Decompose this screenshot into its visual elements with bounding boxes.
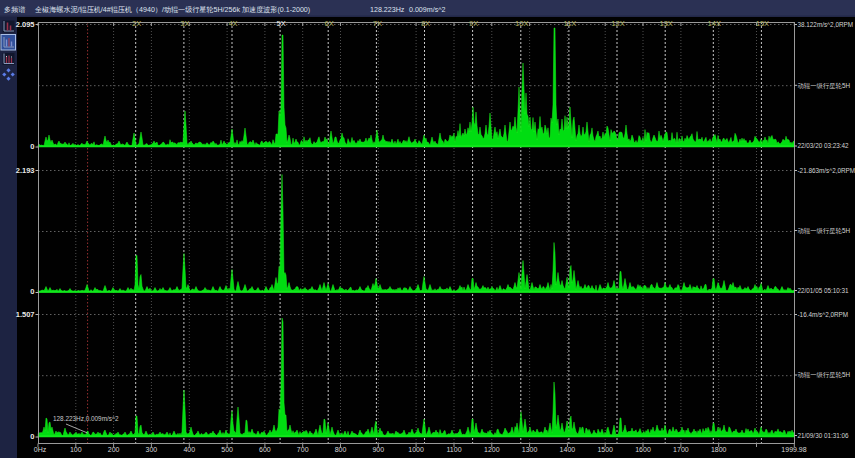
svg-text:1500: 1500 [597,446,613,453]
svg-text:22/01/05 05:10:31: 22/01/05 05:10:31 [798,287,850,294]
svg-text:7X: 7X [373,19,382,28]
svg-text:22/03/20 03:23:42: 22/03/20 03:23:42 [798,142,850,149]
svg-text:12X: 12X [611,19,624,28]
svg-text:1100: 1100 [446,446,461,453]
svg-text:21/09/30 01:31:06: 21/09/30 01:31:06 [798,432,850,439]
svg-text:700: 700 [297,446,309,453]
svg-text:600: 600 [259,446,271,453]
svg-text:8X: 8X [421,19,430,28]
svg-text:1400: 1400 [560,446,576,453]
svg-text:1000: 1000 [408,446,424,453]
svg-text:5X: 5X [277,19,286,28]
svg-text:128.223Hz: 128.223Hz [370,6,405,14]
svg-text:100: 100 [70,446,82,453]
svg-text:200: 200 [108,446,120,453]
svg-text:0: 0 [30,287,34,296]
svg-text:128.223Hz,0.009m/s^2: 128.223Hz,0.009m/s^2 [53,415,119,422]
svg-text:900: 900 [372,446,384,453]
svg-text:-16.4m/s^2,0RPM: -16.4m/s^2,0RPM [798,311,849,318]
svg-text:0: 0 [30,432,34,441]
svg-text:动辊一级行星轮5H: 动辊一级行星轮5H [798,371,851,379]
svg-text:6X: 6X [325,19,334,28]
svg-text:1200: 1200 [484,446,500,453]
svg-text:500: 500 [221,446,233,453]
svg-text:0.009m/s^2: 0.009m/s^2 [409,6,446,14]
svg-text:1300: 1300 [522,446,538,453]
svg-text:2.193: 2.193 [16,166,35,175]
svg-text:1999.98: 1999.98 [781,446,806,453]
svg-text:800: 800 [335,446,347,453]
svg-text:0Hz: 0Hz [34,446,47,453]
svg-text:2.095: 2.095 [16,20,35,29]
svg-text:300: 300 [146,446,158,453]
svg-text:2X: 2X [132,19,141,28]
svg-text:-21.863m/s^2,0RPM: -21.863m/s^2,0RPM [798,167,855,174]
svg-text:13X: 13X [660,19,673,28]
svg-text:多频谱: 多频谱 [4,6,26,14]
svg-text:400: 400 [183,446,195,453]
svg-text:动辊一级行星轮5H: 动辊一级行星轮5H [798,227,851,235]
svg-text:11X: 11X [564,19,577,28]
svg-text:4X: 4X [228,19,237,28]
svg-text:3X: 3X [180,19,189,28]
svg-text:1.507: 1.507 [16,310,35,319]
svg-text:10X: 10X [515,19,528,28]
svg-text:1800: 1800 [711,446,727,453]
svg-text:1700: 1700 [673,446,689,453]
svg-text:0: 0 [30,142,34,151]
svg-text:全椒海螺水泥/辊压机/4#辊压机（4940）/动辊一级行星轮: 全椒海螺水泥/辊压机/4#辊压机（4940）/动辊一级行星轮5H/256k 加速… [35,5,310,14]
svg-text:38.122m/s^2,0RPM: 38.122m/s^2,0RPM [798,21,854,28]
svg-text:1600: 1600 [635,446,651,453]
svg-text:动辊一级行星轮5H: 动辊一级行星轮5H [798,82,851,90]
svg-text:15X: 15X [756,19,769,28]
svg-text:14X: 14X [708,19,721,28]
svg-text:9X: 9X [469,19,478,28]
